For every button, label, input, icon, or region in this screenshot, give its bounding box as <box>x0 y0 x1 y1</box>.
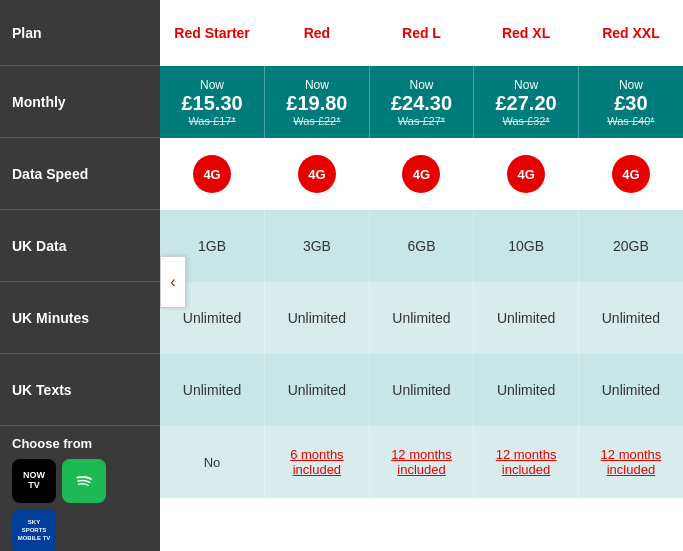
uk-data-label: UK Data <box>12 238 66 254</box>
plan-header-3: Red XL <box>474 0 579 66</box>
now-label-0: Now <box>168 78 256 92</box>
price-2: £24.30 <box>378 92 466 115</box>
4g-badge-2: 4G <box>402 155 440 193</box>
plan-header-4: Red XXL <box>578 0 683 66</box>
extras-cell-1[interactable]: 6 months included <box>265 426 370 498</box>
uk-data-row: 1GB 3GB 6GB 10GB 20GB <box>160 210 683 282</box>
speed-row: 4G 4G 4G 4G 4G <box>160 138 683 210</box>
extras-cell-4[interactable]: 12 months included <box>578 426 683 498</box>
was-price-1: Was £22* <box>273 115 361 127</box>
minutes-cell-1: Unlimited <box>265 282 370 354</box>
plan-header-1: Red <box>265 0 370 66</box>
sidebar-data-speed: Data Speed <box>0 138 160 210</box>
spotify-icon <box>62 459 106 503</box>
minutes-cell-4: Unlimited <box>578 282 683 354</box>
price-cell-4: Now £30 Was £40* <box>578 66 683 138</box>
plans-table: Red Starter Red Red L Red XL Red XXL Now… <box>160 0 683 498</box>
minutes-cell-2: Unlimited <box>369 282 474 354</box>
data-cell-3: 10GB <box>474 210 579 282</box>
sidebar-monthly: Monthly <box>0 66 160 138</box>
was-price-0: Was £17* <box>168 115 256 127</box>
now-label-4: Now <box>587 78 675 92</box>
price-4: £30 <box>587 92 675 115</box>
price-cell-2: Now £24.30 Was £27* <box>369 66 474 138</box>
4g-badge-4: 4G <box>612 155 650 193</box>
sidebar-plan: Plan <box>0 0 160 66</box>
data-speed-label: Data Speed <box>12 166 88 182</box>
now-label-1: Now <box>273 78 361 92</box>
extras-row: No 6 months included 12 months included … <box>160 426 683 498</box>
now-label-2: Now <box>378 78 466 92</box>
speed-cell-2: 4G <box>369 138 474 210</box>
extras-link-3[interactable]: 12 months included <box>482 447 570 477</box>
price-cell-1: Now £19.80 Was £22* <box>265 66 370 138</box>
monthly-label: Monthly <box>12 94 66 110</box>
sidebar-uk-texts: UK Texts <box>0 354 160 426</box>
price-cell-3: Now £27.20 Was £32* <box>474 66 579 138</box>
nowtv-icon: NOWTV <box>12 459 56 503</box>
4g-badge-3: 4G <box>507 155 545 193</box>
speed-cell-4: 4G <box>578 138 683 210</box>
extras-cell-0: No <box>160 426 265 498</box>
was-price-3: Was £32* <box>482 115 570 127</box>
speed-cell-0: 4G <box>160 138 265 210</box>
choose-label: Choose from <box>12 436 92 451</box>
minutes-cell-3: Unlimited <box>474 282 579 354</box>
plan-label: Plan <box>12 25 42 41</box>
sidebar: Plan Monthly Data Speed UK Data UK Minut… <box>0 0 160 551</box>
extras-link-2[interactable]: 12 months included <box>378 447 466 477</box>
data-cell-2: 6GB <box>369 210 474 282</box>
plans-header-row: Red Starter Red Red L Red XL Red XXL <box>160 0 683 66</box>
uk-minutes-label: UK Minutes <box>12 310 89 326</box>
sidebar-uk-data: UK Data <box>0 210 160 282</box>
price-0: £15.30 <box>168 92 256 115</box>
texts-cell-1: Unlimited <box>265 354 370 426</box>
data-cell-4: 20GB <box>578 210 683 282</box>
was-price-2: Was £27* <box>378 115 466 127</box>
extras-cell-2[interactable]: 12 months included <box>369 426 474 498</box>
extras-no: No <box>204 455 221 470</box>
price-1: £19.80 <box>273 92 361 115</box>
choose-icons: NOWTV SKYSPORTSMOBILE TV <box>12 459 148 551</box>
now-label-3: Now <box>482 78 570 92</box>
4g-badge-0: 4G <box>193 155 231 193</box>
speed-cell-1: 4G <box>265 138 370 210</box>
texts-cell-3: Unlimited <box>474 354 579 426</box>
4g-badge-1: 4G <box>298 155 336 193</box>
extras-link-4[interactable]: 12 months included <box>587 447 675 477</box>
uk-texts-row: Unlimited Unlimited Unlimited Unlimited … <box>160 354 683 426</box>
sidebar-choose: Choose from NOWTV SKYSPORTSMOBILE TV <box>0 426 160 551</box>
price-3: £27.20 <box>482 92 570 115</box>
plan-header-0: Red Starter <box>160 0 265 66</box>
data-cell-1: 3GB <box>265 210 370 282</box>
price-cell-0: Now £15.30 Was £17* <box>160 66 265 138</box>
sky-sports-icon: SKYSPORTSMOBILE TV <box>12 509 56 551</box>
speed-cell-3: 4G <box>474 138 579 210</box>
was-price-4: Was £40* <box>587 115 675 127</box>
extras-cell-3[interactable]: 12 months included <box>474 426 579 498</box>
uk-texts-label: UK Texts <box>12 382 72 398</box>
prev-arrow[interactable]: ‹ <box>160 256 186 308</box>
texts-cell-0: Unlimited <box>160 354 265 426</box>
extras-link-1[interactable]: 6 months included <box>273 447 361 477</box>
texts-cell-4: Unlimited <box>578 354 683 426</box>
plan-header-2: Red L <box>369 0 474 66</box>
uk-minutes-row: Unlimited Unlimited Unlimited Unlimited … <box>160 282 683 354</box>
pricing-row: Now £15.30 Was £17* Now £19.80 Was £22* … <box>160 66 683 138</box>
plans-area: ‹ Red Starter Red Red L Red XL Red XXL <box>160 0 683 551</box>
texts-cell-2: Unlimited <box>369 354 474 426</box>
sidebar-uk-minutes: UK Minutes <box>0 282 160 354</box>
